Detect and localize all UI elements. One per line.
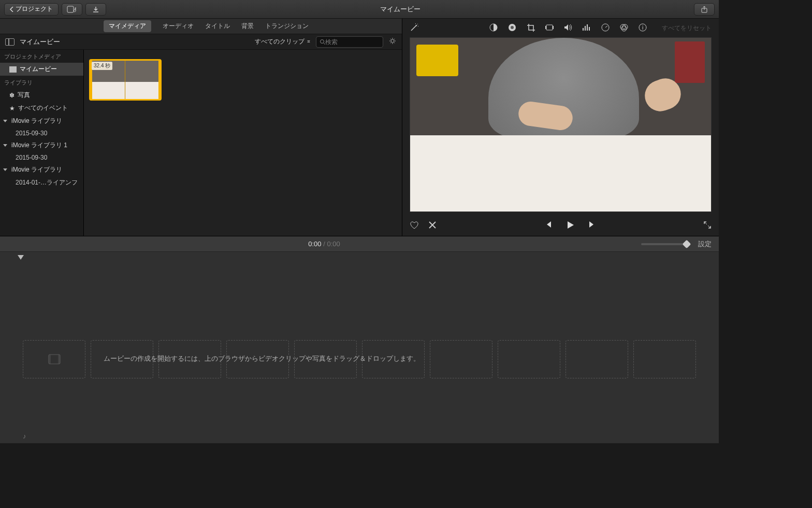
- svg-rect-23: [49, 355, 51, 364]
- flower-icon: ✽: [9, 92, 15, 99]
- preview-viewer: [410, 37, 712, 212]
- volume-icon[interactable]: [563, 23, 573, 33]
- svg-point-2: [321, 39, 324, 43]
- timeline-hint: ムービーの作成を開始するには、上のブラウザからビデオクリップや写真をドラッグ＆ド…: [104, 354, 420, 363]
- equalizer-icon[interactable]: [582, 24, 591, 33]
- favorite-icon[interactable]: [410, 221, 419, 231]
- timeline-track-area[interactable]: ムービーの作成を開始するには、上のブラウザからビデオクリップや写真をドラッグ＆ド…: [0, 252, 719, 443]
- prev-frame-icon[interactable]: [544, 220, 552, 231]
- sidebar-item-lib1[interactable]: iMovie ライブラリ: [0, 115, 83, 128]
- color-correction-icon[interactable]: [508, 23, 517, 34]
- tab-my-media[interactable]: マイメディア: [104, 20, 151, 32]
- filters-icon[interactable]: [619, 23, 629, 34]
- sidebar-item-lib3[interactable]: iMovie ライブラリ: [0, 163, 83, 176]
- info-icon[interactable]: i: [638, 23, 647, 34]
- titlebar: プロジェクト マイムービー: [0, 0, 719, 19]
- svg-rect-12: [583, 28, 584, 31]
- timeline: 0:00 / 0:00 設定 ムービーの作成を開始するには、上のブ: [0, 236, 719, 443]
- svg-rect-13: [585, 26, 586, 31]
- timeline-slot[interactable]: [23, 340, 85, 378]
- timeline-slot[interactable]: [430, 340, 492, 378]
- window-title: マイムービー: [106, 5, 694, 14]
- settings-gear-icon[interactable]: [388, 37, 397, 47]
- svg-rect-9: [546, 25, 553, 30]
- timeline-slot[interactable]: [498, 340, 560, 378]
- tab-backgrounds[interactable]: 背景: [241, 22, 254, 31]
- viewer-toolbar: i すべてをリセット: [402, 19, 719, 37]
- sidebar-project-media-header: プロジェクトメディア: [0, 50, 83, 63]
- back-label: プロジェクト: [16, 5, 53, 13]
- library-music-button[interactable]: [62, 3, 82, 16]
- sidebar-item-my-movie[interactable]: マイムービー: [0, 63, 83, 76]
- import-button[interactable]: [85, 3, 106, 16]
- disclosure-triangle-icon[interactable]: [3, 120, 7, 122]
- svg-point-8: [511, 26, 514, 29]
- timeline-slot[interactable]: [633, 340, 696, 378]
- svg-rect-24: [58, 355, 60, 364]
- timeline-header: 0:00 / 0:00 設定: [0, 236, 719, 252]
- svg-rect-15: [589, 27, 590, 31]
- share-button[interactable]: [694, 3, 715, 16]
- clapper-icon: [9, 66, 17, 73]
- clip-duration-badge: 32.4 秒: [92, 62, 112, 70]
- disclosure-triangle-icon[interactable]: [3, 168, 7, 171]
- color-balance-icon[interactable]: [489, 23, 498, 34]
- playhead[interactable]: [21, 255, 21, 446]
- browser-toolbar: マイムービー すべてのクリップ: [0, 34, 402, 50]
- sidebar: プロジェクトメディア マイムービー ライブラリ ✽ 写真 ★ すべてのイベント …: [0, 50, 84, 236]
- stabilize-icon[interactable]: [545, 24, 554, 33]
- star-icon: ★: [9, 105, 15, 112]
- fullscreen-icon[interactable]: [703, 221, 712, 231]
- sidebar-item-lib2-event[interactable]: 2015-09-30: [0, 152, 83, 163]
- sidebar-item-photos[interactable]: ✽ 写真: [0, 89, 83, 102]
- back-button[interactable]: プロジェクト: [4, 3, 59, 16]
- svg-point-19: [621, 26, 627, 31]
- search-input[interactable]: [325, 38, 380, 46]
- search-box[interactable]: [316, 36, 383, 48]
- sidebar-item-lib2[interactable]: iMovie ライブラリ 1: [0, 139, 83, 152]
- tab-titles[interactable]: タイトル: [205, 22, 230, 31]
- svg-rect-5: [9, 66, 17, 68]
- video-clip[interactable]: 32.4 秒: [89, 59, 162, 101]
- media-tabs: マイメディア オーディオ タイトル 背景 トランジション: [0, 19, 402, 34]
- browser-title: マイムービー: [20, 37, 60, 47]
- svg-rect-0: [67, 6, 74, 12]
- sidebar-library-header: ライブラリ: [0, 76, 83, 89]
- zoom-slider[interactable]: [641, 243, 688, 245]
- timeline-settings-button[interactable]: 設定: [698, 239, 712, 249]
- sidebar-item-lib1-event[interactable]: 2015-09-30: [0, 128, 83, 139]
- sidebar-item-lib3-event[interactable]: 2014-01-…ライアンフ: [0, 176, 83, 189]
- svg-rect-4: [9, 68, 17, 73]
- preview-frame[interactable]: [410, 38, 711, 211]
- tab-transitions[interactable]: トランジション: [265, 22, 309, 31]
- play-icon[interactable]: [566, 220, 575, 231]
- enhance-wand-icon[interactable]: [410, 23, 419, 34]
- sidebar-item-all-events[interactable]: ★ すべてのイベント: [0, 102, 83, 115]
- tab-audio[interactable]: オーディオ: [163, 22, 194, 31]
- clip-trim-handle-right[interactable]: [158, 61, 162, 99]
- disclosure-triangle-icon[interactable]: [3, 144, 7, 147]
- svg-point-3: [391, 39, 394, 43]
- clip-filter-dropdown[interactable]: すべてのクリップ: [255, 37, 311, 46]
- speed-icon[interactable]: [601, 23, 610, 34]
- clip-browser[interactable]: 32.4 秒: [84, 50, 402, 236]
- sidebar-toggle-icon[interactable]: [5, 38, 15, 46]
- film-icon: [48, 354, 61, 365]
- svg-rect-10: [545, 26, 546, 29]
- timeline-slot[interactable]: [566, 340, 628, 378]
- timecode: 0:00 / 0:00: [7, 240, 641, 248]
- next-frame-icon[interactable]: [588, 220, 597, 231]
- playback-controls: [402, 215, 719, 236]
- search-icon: [320, 39, 325, 45]
- svg-rect-14: [587, 24, 588, 31]
- crop-icon[interactable]: [526, 23, 535, 34]
- svg-text:i: i: [642, 25, 643, 31]
- audio-track-icon[interactable]: ♪: [23, 432, 26, 440]
- reject-icon[interactable]: [428, 221, 437, 231]
- svg-rect-11: [553, 26, 554, 29]
- reset-all-button[interactable]: すべてをリセット: [662, 24, 712, 33]
